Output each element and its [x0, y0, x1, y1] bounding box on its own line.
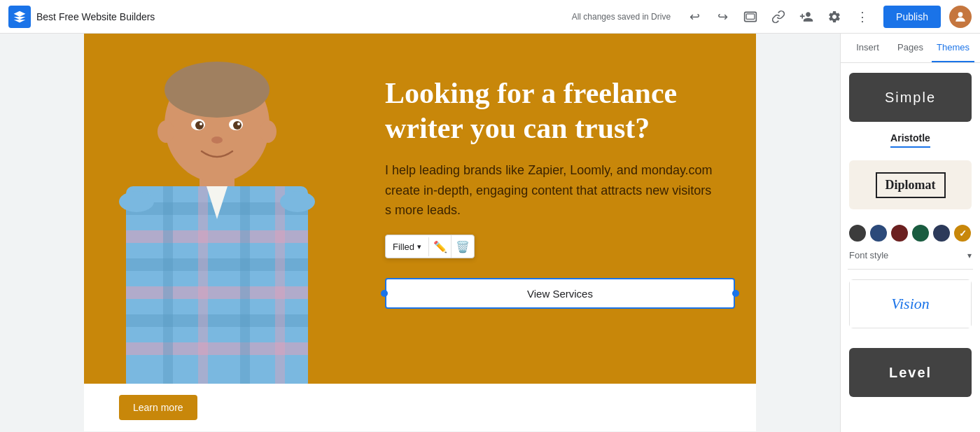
- avatar: [949, 6, 972, 28]
- button-toolbar: Filled ▾ ✏️ 🗑️: [385, 235, 475, 258]
- aristotle-section: Aristotle: [841, 132, 980, 148]
- toolbar-icons: ↩ ↪ ⋮: [682, 4, 875, 29]
- theme-level-preview: Level: [849, 348, 972, 397]
- font-style-dropdown[interactable]: ▾: [967, 251, 972, 260]
- color-swatches: [841, 219, 980, 247]
- svg-point-12: [200, 123, 202, 125]
- edit-icon[interactable]: ✏️: [429, 235, 451, 258]
- svg-point-28: [280, 191, 315, 212]
- swatch-navy[interactable]: [870, 225, 887, 242]
- svg-point-7: [260, 120, 276, 143]
- theme-simple[interactable]: Simple: [848, 71, 973, 123]
- swatch-darkblue[interactable]: [933, 225, 950, 242]
- hero-subtext: I help leading brands like Zapier, Looml…: [385, 160, 721, 221]
- hero-section: Looking for a freelance writer you can t…: [84, 34, 756, 384]
- view-services-container: View Services: [385, 278, 735, 309]
- bottom-section: Learn more: [84, 384, 756, 431]
- aristotle-label: Aristotle: [890, 132, 930, 144]
- save-status: All changes saved in Drive: [572, 12, 671, 22]
- svg-point-14: [211, 137, 223, 144]
- chevron-down-icon: ▾: [417, 242, 421, 251]
- theme-diplomat-preview: Diplomat: [849, 160, 972, 209]
- hero-content: Looking for a freelance writer you can t…: [364, 34, 756, 337]
- svg-point-27: [119, 191, 154, 212]
- swatch-burgundy[interactable]: [891, 225, 908, 242]
- svg-point-10: [195, 121, 204, 130]
- add-person-button[interactable]: [794, 4, 819, 29]
- button-style-select[interactable]: Filled ▾: [386, 237, 429, 256]
- document-title: Best Free Website Builders: [36, 11, 566, 22]
- undo-button[interactable]: ↩: [682, 4, 707, 29]
- person-illustration: [84, 34, 350, 384]
- panel-tabs: Insert Pages Themes: [841, 34, 980, 63]
- swatch-dark[interactable]: [849, 225, 866, 242]
- link-button[interactable]: [766, 4, 791, 29]
- canvas-area: Looking for a freelance writer you can t…: [0, 34, 840, 432]
- hero-image: [84, 34, 364, 384]
- swatch-green[interactable]: [912, 225, 929, 242]
- settings-button[interactable]: [822, 4, 847, 29]
- svg-point-11: [233, 121, 241, 130]
- theme-level[interactable]: Level: [848, 347, 973, 398]
- topbar: Best Free Website Builders All changes s…: [0, 0, 980, 34]
- delete-icon[interactable]: 🗑️: [451, 235, 474, 258]
- font-style-row: Font style ▾: [841, 247, 980, 269]
- theme-vision-preview: Vision: [849, 279, 972, 328]
- theme-simple-preview: Simple: [849, 73, 972, 122]
- svg-rect-1: [746, 13, 755, 18]
- preview-button[interactable]: [738, 4, 763, 29]
- right-panel: Insert Pages Themes Simple Aristotle: [840, 34, 980, 432]
- redo-button[interactable]: ↪: [710, 4, 735, 29]
- resize-handle-left[interactable]: [381, 290, 388, 297]
- tab-insert[interactable]: Insert: [846, 34, 889, 62]
- svg-point-2: [958, 12, 963, 17]
- tab-themes[interactable]: Themes: [932, 34, 974, 62]
- svg-point-6: [158, 120, 174, 143]
- theme-diplomat[interactable]: Diplomat: [848, 159, 973, 211]
- swatch-gold[interactable]: [954, 225, 971, 242]
- svg-point-13: [237, 123, 240, 125]
- view-services-button[interactable]: View Services: [385, 278, 735, 309]
- theme-vision[interactable]: Vision: [848, 278, 973, 330]
- section-divider: [848, 269, 973, 270]
- page-canvas: Looking for a freelance writer you can t…: [84, 34, 756, 431]
- svg-point-5: [164, 62, 270, 118]
- learn-more-button[interactable]: Learn more: [119, 395, 197, 420]
- main-layout: Looking for a freelance writer you can t…: [0, 34, 980, 432]
- tab-pages[interactable]: Pages: [889, 34, 932, 62]
- more-options-button[interactable]: ⋮: [850, 4, 875, 29]
- resize-handle-right[interactable]: [732, 290, 739, 297]
- hero-heading: Looking for a freelance writer you can t…: [385, 76, 735, 146]
- app-logo: [8, 6, 31, 28]
- publish-button[interactable]: Publish: [883, 6, 941, 28]
